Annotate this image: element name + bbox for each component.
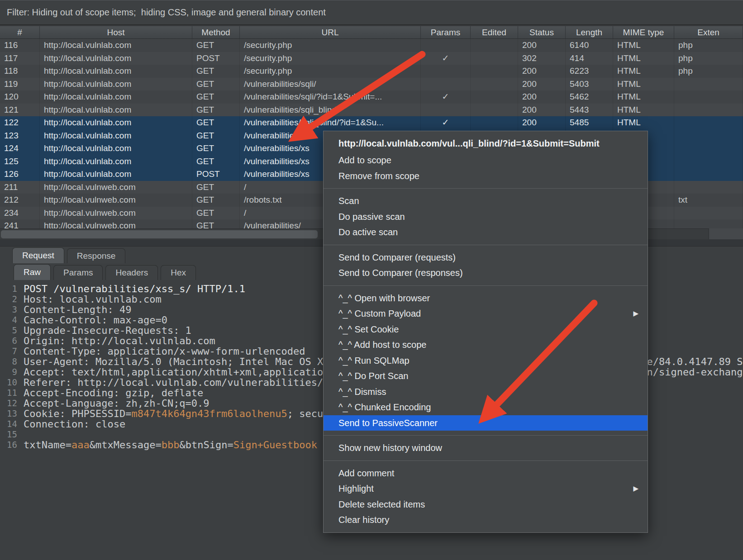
table-cell: GET xyxy=(192,194,240,207)
table-cell: http://local.vulnlab.com xyxy=(40,78,192,91)
context-menu-items: Add to scopeRemove from scopeScanDo pass… xyxy=(324,152,648,528)
line-number: 7 xyxy=(0,346,17,356)
line-number: 11 xyxy=(0,388,17,398)
table-row-118[interactable]: 118http://local.vulnlab.comGET/security.… xyxy=(0,65,743,78)
table-cell: http://local.vulnweb.com xyxy=(40,219,192,228)
menu-item-label: Add comment xyxy=(338,465,394,481)
menu-item-remove-from-scope[interactable]: Remove from scope xyxy=(324,168,648,184)
table-cell: 5403 xyxy=(566,78,613,91)
table-cell: HTML xyxy=(613,39,674,52)
subtab-hex[interactable]: Hex xyxy=(161,265,196,280)
column-header-url[interactable]: URL xyxy=(240,26,421,38)
menu-item-delete-selected-items[interactable]: Delete selected items xyxy=(324,497,648,513)
table-cell: 200 xyxy=(518,65,566,78)
menu-separator xyxy=(324,460,648,461)
menu-item-label: Scan xyxy=(338,193,359,209)
table-cell: /vulnerabilities/sqli/?id=1&Submit=... xyxy=(240,90,421,104)
table-row-122[interactable]: 122http://local.vulnlab.comGET/vulnerabi… xyxy=(0,116,743,129)
subtab-params[interactable]: Params xyxy=(53,265,103,280)
menu-item-open-with-browser[interactable]: ^_^ Open with browser xyxy=(324,290,648,306)
menu-item-do-passive-scan[interactable]: Do passive scan xyxy=(324,209,648,225)
menu-item-do-port-scan[interactable]: ^_^ Do Port Scan xyxy=(324,368,648,384)
menu-item-scan[interactable]: Scan xyxy=(324,193,648,209)
table-cell: GET xyxy=(192,142,240,155)
table-cell: 234 xyxy=(0,207,40,220)
table-cell: http://local.vulnweb.com xyxy=(40,181,192,194)
table-cell xyxy=(471,52,518,65)
column-header-params[interactable]: Params xyxy=(421,26,471,38)
column-header-exten[interactable]: Exten xyxy=(674,26,743,38)
table-cell: http://local.vulnlab.com xyxy=(40,168,192,181)
table-cell: /vulnerabilities/sqli/ xyxy=(240,78,421,91)
menu-item-dismiss[interactable]: ^_^ Dismiss xyxy=(324,384,648,400)
table-cell: HTML xyxy=(613,52,674,65)
table-cell: http://local.vulnlab.com xyxy=(40,52,192,65)
line-text: txtName=aaa&mtxMessage=bbb&btnSign=Sign+… xyxy=(24,440,317,450)
table-cell xyxy=(471,39,518,52)
table-row-119[interactable]: 119http://local.vulnlab.comGET/vulnerabi… xyxy=(0,78,743,91)
tab-request[interactable]: Request xyxy=(12,247,64,263)
line-number: 3 xyxy=(0,304,17,315)
line-number: 5 xyxy=(0,325,17,336)
subtab-raw[interactable]: Raw xyxy=(14,264,51,280)
table-cell: 200 xyxy=(518,116,566,129)
menu-item-add-comment[interactable]: Add comment xyxy=(324,465,648,481)
table-cell: http://local.vulnlab.com xyxy=(40,104,192,117)
menu-item-add-to-scope[interactable]: Add to scope xyxy=(324,152,648,168)
menu-item-label: Send to Comparer (requests) xyxy=(338,250,456,266)
menu-item-run-sqlmap[interactable]: ^_^ Run SQLMap xyxy=(324,353,648,369)
menu-item-show-new-history-window[interactable]: Show new history window xyxy=(324,440,648,456)
menu-item-custom-payload[interactable]: ^_^ Custom Payload▶ xyxy=(324,306,648,322)
menu-item-send-to-comparer-responses[interactable]: Send to Comparer (responses) xyxy=(324,265,648,281)
table-cell: GET xyxy=(192,78,240,91)
menu-item-label: Send to Comparer (responses) xyxy=(338,265,463,281)
line-text: Accept-Encoding: gzip, deflate xyxy=(24,388,203,398)
column-header-length[interactable]: Length xyxy=(566,26,613,38)
table-cell: http://local.vulnlab.com xyxy=(40,39,192,52)
table-cell: 116 xyxy=(0,39,40,52)
column-header-mime-type[interactable]: MIME type xyxy=(613,26,674,38)
table-cell: /security.php xyxy=(240,39,421,52)
subtab-headers[interactable]: Headers xyxy=(105,265,158,280)
menu-item-highlight[interactable]: Highlight▶ xyxy=(324,481,648,497)
table-cell: GET xyxy=(192,116,240,129)
line-number: 9 xyxy=(0,367,17,377)
menu-item-label: Delete selected items xyxy=(338,497,425,513)
table-row-117[interactable]: 117http://local.vulnlab.comPOST/security… xyxy=(0,52,743,65)
table-row-120[interactable]: 120http://local.vulnlab.comGET/vulnerabi… xyxy=(0,90,743,104)
menu-item-label: ^_^ Do Port Scan xyxy=(338,368,408,384)
table-row-116[interactable]: 116http://local.vulnlab.comGET/security.… xyxy=(0,39,743,52)
menu-item-set-cookie[interactable]: ^_^ Set Cookie xyxy=(324,322,648,337)
menu-separator xyxy=(324,245,648,245)
column-header-host[interactable]: Host xyxy=(40,26,192,38)
horizontal-scrollbar-thumb[interactable] xyxy=(1,230,318,238)
table-cell: 123 xyxy=(0,129,40,142)
line-number: 13 xyxy=(0,408,17,419)
column-header-method[interactable]: Method xyxy=(192,26,240,38)
table-cell: GET xyxy=(192,90,240,104)
menu-item-send-to-passivescanner[interactable]: Send to PassiveScanner xyxy=(324,415,648,431)
column-header-status[interactable]: Status xyxy=(518,26,566,38)
menu-item-send-to-comparer-requests[interactable]: Send to Comparer (requests) xyxy=(324,250,648,266)
table-cell: POST xyxy=(192,52,240,65)
menu-item-label: Highlight xyxy=(338,481,374,497)
table-row-121[interactable]: 121http://local.vulnlab.comGET/vulnerabi… xyxy=(0,104,743,117)
table-cell: /vulnerabilities/sqli_blind/ xyxy=(240,104,421,117)
table-cell xyxy=(674,129,743,142)
line-text: Referer: http://local.vulnlab.com/vulner… xyxy=(24,377,359,388)
table-cell: HTML xyxy=(613,116,674,129)
menu-item-do-active-scan[interactable]: Do active scan xyxy=(324,224,648,240)
table-cell xyxy=(674,155,743,168)
tab-response[interactable]: Response xyxy=(67,248,126,263)
column-header-edited[interactable]: Edited xyxy=(471,26,518,38)
table-cell: HTML xyxy=(613,104,674,117)
menu-item-chunked-encoding[interactable]: ^_^ Chunked Encoding xyxy=(324,399,648,415)
table-cell: 126 xyxy=(0,168,40,181)
menu-item-clear-history[interactable]: Clear history xyxy=(324,512,648,528)
menu-item-add-host-to-scope[interactable]: ^_^ Add host to scope xyxy=(324,337,648,353)
table-cell: 118 xyxy=(0,65,40,78)
filter-bar[interactable]: Filter: Hiding out of scope items; hidin… xyxy=(0,0,743,25)
table-cell: php xyxy=(674,65,743,78)
column-header-num[interactable]: # xyxy=(0,26,40,38)
context-menu: http://local.vulnlab.com/vul...qli_blind… xyxy=(323,131,648,533)
